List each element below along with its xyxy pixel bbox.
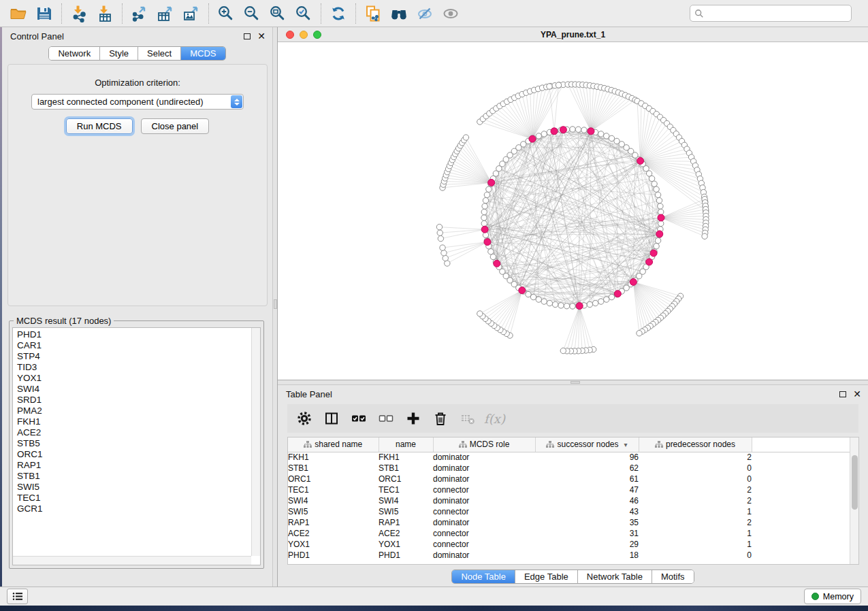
column-header-predecessor-nodes[interactable]: predecessor nodes	[639, 437, 752, 452]
export-image-button[interactable]	[178, 3, 204, 24]
tab-style[interactable]: Style	[99, 47, 138, 60]
table-row[interactable]: YOX1YOX1connector291	[288, 539, 851, 550]
table-cell[interactable]: TEC1	[379, 484, 433, 495]
mcds-result-item[interactable]: ACE2	[17, 427, 251, 438]
table-cell[interactable]: ORC1	[379, 474, 433, 484]
table-cell[interactable]: connector	[433, 539, 535, 550]
save-button[interactable]	[31, 3, 57, 24]
sort-descending-icon[interactable]: ▾	[624, 441, 628, 448]
table-cell[interactable]: connector	[433, 528, 535, 539]
export-table-button[interactable]	[152, 3, 178, 24]
column-header-name[interactable]: name	[379, 437, 433, 452]
scrollbar-thumb[interactable]	[852, 455, 858, 510]
tab-network[interactable]: Network	[49, 47, 99, 60]
zoom-selected-button[interactable]	[291, 3, 317, 24]
table-cell[interactable]: 1	[639, 539, 752, 550]
mcds-result-item[interactable]: SWI5	[17, 482, 251, 493]
export-network-button[interactable]	[127, 3, 152, 24]
table-cell[interactable]: 0	[639, 463, 752, 474]
open-file-button[interactable]	[5, 3, 31, 24]
tab-edge-table[interactable]: Edge Table	[515, 570, 577, 583]
table-row[interactable]: STB1STB1dominator620	[288, 463, 851, 474]
import-table-button[interactable]	[92, 3, 118, 24]
find-network-button[interactable]	[386, 3, 412, 24]
table-cell[interactable]: 2	[639, 495, 752, 506]
table-cell[interactable]: SWI5	[288, 506, 379, 517]
table-cell[interactable]: 47	[535, 484, 639, 495]
column-header-mcds-role[interactable]: MCDS role	[433, 437, 535, 452]
table-row[interactable]: ORC1ORC1dominator610	[288, 474, 851, 484]
table-cell[interactable]: FKH1	[288, 452, 379, 463]
table-cell[interactable]: 2	[639, 452, 752, 463]
table-cell[interactable]: 96	[535, 452, 639, 463]
mcds-result-list[interactable]: PHD1CAR1STP4TID3YOX1SWI4SRD1PMA2FKH1ACE2…	[12, 327, 261, 565]
table-row[interactable]: PHD1PHD1dominator180	[288, 550, 851, 561]
clone-network-button[interactable]	[360, 3, 386, 24]
memory-button[interactable]: Memory	[804, 589, 861, 604]
table-cell[interactable]: 35	[535, 517, 639, 528]
show-columns-button[interactable]	[323, 411, 339, 427]
close-mcds-panel-button[interactable]: Close panel	[141, 118, 210, 134]
mcds-result-item[interactable]: SWI4	[17, 384, 251, 395]
table-cell[interactable]: 0	[639, 550, 752, 561]
table-cell[interactable]: STB1	[379, 463, 433, 474]
search-input[interactable]	[707, 8, 847, 18]
table-cell[interactable]: dominator	[433, 517, 535, 528]
table-row[interactable]: RAP1RAP1dominator352	[288, 517, 851, 528]
float-panel-icon[interactable]	[244, 33, 251, 39]
table-cell[interactable]: PHD1	[288, 550, 379, 561]
table-cell[interactable]: STB1	[288, 463, 379, 474]
mcds-result-item[interactable]: RAP1	[17, 460, 251, 471]
table-cell[interactable]: 2	[639, 484, 752, 495]
zoom-out-button[interactable]	[239, 3, 265, 24]
tab-mcds[interactable]: MCDS	[180, 47, 225, 60]
table-cell[interactable]: 61	[535, 474, 639, 484]
table-row[interactable]: TEC1TEC1connector472	[288, 484, 851, 495]
mcds-list-vertical-scrollbar[interactable]	[251, 328, 260, 556]
table-row[interactable]: ACE2ACE2connector311	[288, 528, 851, 539]
table-cell[interactable]: 1	[639, 506, 752, 517]
run-mcds-button[interactable]: Run MCDS	[66, 118, 133, 134]
network-canvas[interactable]	[278, 42, 867, 378]
table-row[interactable]: FKH1FKH1dominator962	[288, 452, 851, 463]
mcds-result-item[interactable]: ORC1	[17, 449, 251, 460]
table-cell[interactable]: connector	[433, 506, 535, 517]
table-cell[interactable]: 18	[535, 550, 639, 561]
table-cell[interactable]: ACE2	[379, 528, 433, 539]
vertical-splitter[interactable]	[272, 27, 278, 587]
table-cell[interactable]: 1	[639, 528, 752, 539]
toggle-graphics-details-button[interactable]	[412, 3, 438, 24]
table-cell[interactable]: RAP1	[288, 517, 379, 528]
table-row[interactable]: SWI4SWI4dominator462	[288, 495, 851, 506]
table-cell[interactable]: 46	[535, 495, 639, 506]
table-cell[interactable]: SWI4	[379, 495, 433, 506]
close-table-panel-icon[interactable]: ✕	[853, 389, 861, 399]
table-cell[interactable]: ORC1	[288, 474, 379, 484]
close-panel-icon[interactable]: ✕	[257, 31, 266, 41]
table-cell[interactable]: 62	[535, 463, 639, 474]
mcds-result-item[interactable]: FKH1	[17, 416, 251, 427]
table-cell[interactable]: 2	[639, 517, 752, 528]
table-settings-button[interactable]	[296, 411, 312, 427]
table-cell[interactable]: SWI4	[288, 495, 379, 506]
tab-network-table[interactable]: Network Table	[577, 570, 652, 583]
mcds-result-item[interactable]: STB5	[17, 438, 251, 449]
float-table-panel-icon[interactable]	[839, 391, 846, 397]
import-network-button[interactable]	[66, 3, 92, 24]
mcds-result-item[interactable]: TEC1	[17, 493, 251, 503]
table-cell[interactable]: dominator	[433, 463, 535, 474]
table-cell[interactable]: SWI5	[379, 506, 433, 517]
mcds-list-horizontal-scrollbar[interactable]	[13, 556, 251, 565]
table-cell[interactable]: dominator	[433, 495, 535, 506]
delete-column-button[interactable]	[432, 411, 448, 427]
add-column-button[interactable]	[405, 411, 421, 427]
zoom-fit-button[interactable]	[265, 3, 291, 24]
mcds-result-item[interactable]: CAR1	[17, 340, 251, 351]
table-cell[interactable]: YOX1	[288, 539, 379, 550]
mcds-result-item[interactable]: YOX1	[17, 373, 251, 384]
show-hide-eye-button[interactable]	[438, 3, 464, 24]
table-cell[interactable]: 0	[639, 474, 752, 484]
table-cell[interactable]: ACE2	[288, 528, 379, 539]
table-cell[interactable]: dominator	[433, 550, 535, 561]
table-cell[interactable]: 31	[535, 528, 639, 539]
